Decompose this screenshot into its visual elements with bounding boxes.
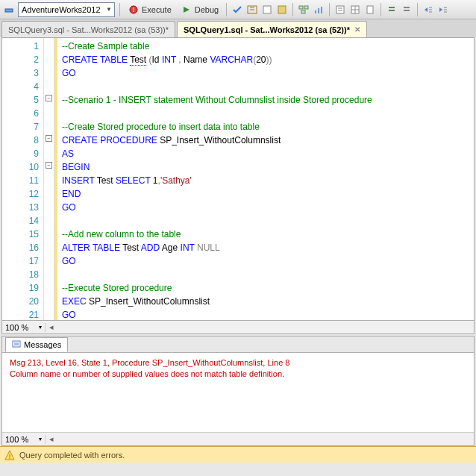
messages-tab[interactable]: Messages xyxy=(5,337,68,352)
scroll-left-icon[interactable]: ◂ xyxy=(46,322,57,332)
svg-rect-9 xyxy=(299,6,303,9)
scroll-left-icon[interactable]: ◂ xyxy=(46,434,57,444)
line-number-gutter: 12345678910111213141516171819202122 xyxy=(2,38,44,320)
results-to-file-icon[interactable] xyxy=(364,4,376,16)
editor-footer: 100 % ◂ xyxy=(2,320,474,333)
svg-rect-11 xyxy=(301,10,305,13)
svg-marker-30 xyxy=(439,7,442,12)
main-toolbar: AdventureWorks2012 ! Execute Debug xyxy=(0,0,476,19)
close-icon[interactable]: ✕ xyxy=(354,25,360,34)
database-selector-value: AdventureWorks2012 xyxy=(22,5,101,14)
increase-indent-icon[interactable] xyxy=(437,4,449,16)
svg-rect-15 xyxy=(336,6,344,13)
decrease-indent-icon[interactable] xyxy=(422,4,434,16)
execute-icon: ! xyxy=(128,4,140,16)
zoom-selector[interactable]: 100 % xyxy=(2,323,46,332)
outline-toggle[interactable]: − xyxy=(46,135,52,142)
svg-rect-12 xyxy=(315,10,316,13)
tab-title: SQLQuery3.sql - Sat...Works2012 (sa (53)… xyxy=(8,25,169,34)
query-options-icon[interactable] xyxy=(261,4,273,16)
outline-margin: −−− xyxy=(44,38,54,320)
debug-label: Debug xyxy=(195,5,219,14)
svg-rect-14 xyxy=(321,7,322,13)
results-to-grid-icon[interactable] xyxy=(349,4,361,16)
uncomment-icon[interactable] xyxy=(401,4,413,16)
database-selector[interactable]: AdventureWorks2012 xyxy=(18,2,115,17)
messages-footer: 100 % ◂ xyxy=(2,432,474,445)
toolbar-separator xyxy=(417,3,418,16)
status-text: Query completed with errors. xyxy=(19,451,125,460)
outline-toggle[interactable]: − xyxy=(46,95,52,101)
toolbar-separator xyxy=(292,3,293,16)
svg-rect-13 xyxy=(318,8,319,13)
toolbar-separator xyxy=(381,3,381,16)
code-area[interactable]: --Create Sample tableCREATE TABLE Test (… xyxy=(54,38,474,320)
toolbar-separator xyxy=(226,3,227,16)
zoom-value: 100 % xyxy=(5,323,28,332)
execute-label: Execute xyxy=(142,5,172,14)
svg-marker-26 xyxy=(425,7,428,12)
svg-text:!: ! xyxy=(9,453,11,460)
intellisense-icon[interactable] xyxy=(276,4,288,16)
svg-rect-21 xyxy=(367,6,373,13)
results-to-text-icon[interactable] xyxy=(334,4,346,16)
messages-zoom-selector[interactable]: 100 % xyxy=(2,435,46,444)
include-stats-icon[interactable] xyxy=(313,4,325,16)
svg-rect-8 xyxy=(278,6,286,13)
svg-rect-7 xyxy=(263,6,271,13)
messages-tab-label: Messages xyxy=(24,340,61,349)
results-tabs: Messages xyxy=(2,336,474,353)
estimated-plan-icon[interactable] xyxy=(246,4,258,16)
svg-marker-3 xyxy=(184,7,190,13)
parse-icon[interactable] xyxy=(231,4,243,16)
messages-tab-icon xyxy=(12,339,21,350)
connect-icon[interactable] xyxy=(3,4,15,16)
debug-play-icon xyxy=(181,4,192,16)
outline-toggle[interactable]: − xyxy=(46,162,52,169)
results-panel: Messages Msg 213, Level 16, State 1, Pro… xyxy=(1,336,475,446)
svg-rect-0 xyxy=(5,9,13,12)
debug-button[interactable]: Debug xyxy=(178,2,222,17)
tab-title: SQLQuery1.sql - Sat...Works2012 (sa (52)… xyxy=(184,25,350,34)
execute-button[interactable]: ! Execute xyxy=(125,2,175,17)
svg-rect-10 xyxy=(304,6,308,9)
document-tabs: SQLQuery3.sql - Sat...Works2012 (sa (53)… xyxy=(0,19,476,37)
comment-icon[interactable] xyxy=(386,4,398,16)
tab-sqlquery3[interactable]: SQLQuery3.sql - Sat...Works2012 (sa (53)… xyxy=(1,21,175,37)
sql-editor: 12345678910111213141516171819202122 −−− … xyxy=(1,37,475,334)
svg-rect-34 xyxy=(13,341,20,347)
svg-text:!: ! xyxy=(133,6,135,13)
messages-output[interactable]: Msg 213, Level 16, State 1, Procedure SP… xyxy=(2,353,474,432)
status-bar: ! Query completed with errors. xyxy=(0,446,476,463)
toolbar-separator xyxy=(329,3,330,16)
include-plan-icon[interactable] xyxy=(298,4,310,16)
toolbar-separator xyxy=(119,3,120,16)
messages-zoom-value: 100 % xyxy=(5,435,28,444)
warning-icon: ! xyxy=(4,450,15,460)
tab-sqlquery1[interactable]: SQLQuery1.sql - Sat...Works2012 (sa (52)… xyxy=(177,21,367,37)
